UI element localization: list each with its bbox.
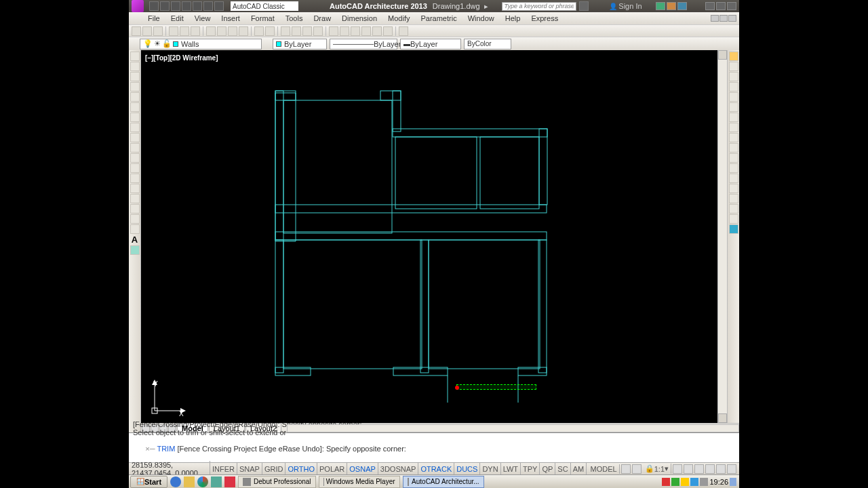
clean-screen-icon[interactable] (727, 464, 736, 474)
block-icon[interactable] (130, 174, 140, 183)
status-toggle-sc[interactable]: SC (555, 463, 570, 474)
join-icon[interactable] (729, 174, 738, 183)
exchange-apps-icon[interactable] (667, 2, 676, 10)
status-toggle-tpy[interactable]: TPY (521, 463, 540, 474)
help-icon[interactable] (677, 2, 687, 10)
polygon-icon[interactable] (130, 82, 140, 92)
command-window[interactable]: [Fence/Crossing/Project/Edge/eRase/Undo]… (129, 432, 739, 462)
menu-tools[interactable]: Tools (280, 13, 309, 24)
status-toggle-ortho[interactable]: ORTHO (285, 463, 317, 474)
tb-dc-icon[interactable] (340, 26, 349, 36)
horizontal-scrollbar[interactable] (287, 424, 739, 432)
addselected-icon[interactable] (130, 245, 140, 255)
copy-icon[interactable] (729, 62, 738, 71)
ql-app-icon[interactable] (224, 476, 235, 487)
offset-icon[interactable] (729, 82, 738, 92)
undo-icon[interactable] (203, 1, 213, 11)
erase-icon[interactable] (729, 52, 738, 61)
menu-modify[interactable]: Modify (382, 13, 415, 24)
menu-window[interactable]: Window (462, 13, 500, 24)
tray-shield-icon[interactable] (662, 478, 670, 486)
status-toggle-otrack[interactable]: OTRACK (418, 463, 454, 474)
mtext-icon[interactable]: A (132, 235, 138, 245)
region-icon[interactable] (130, 214, 140, 224)
taskbar-task[interactable]: Windows Media Player (319, 476, 400, 488)
tb-save-icon[interactable] (153, 26, 163, 36)
tb-copy-icon[interactable] (217, 26, 226, 36)
open-icon[interactable] (160, 1, 170, 11)
trim-icon[interactable] (729, 143, 738, 152)
tb-zoomprev-icon[interactable] (313, 26, 323, 36)
fillet-icon[interactable] (729, 194, 738, 203)
status-toggle-lwt[interactable]: LWT (501, 463, 521, 474)
draworder-icon[interactable] (729, 224, 738, 234)
annotation-visibility-icon[interactable] (673, 464, 682, 474)
plotstyle-dropdown[interactable]: ByColor (464, 39, 511, 49)
circle-icon[interactable] (130, 113, 140, 122)
rectangle-icon[interactable] (130, 92, 140, 102)
plot-icon[interactable] (193, 1, 202, 11)
status-toggle-osnap[interactable]: OSNAP (347, 463, 378, 474)
tb-undo-icon[interactable] (254, 26, 264, 36)
tb-markup-icon[interactable] (372, 26, 382, 36)
status-toggle-qp[interactable]: QP (540, 463, 555, 474)
mdi-restore-button[interactable] (719, 15, 728, 22)
tray-flag-icon[interactable] (671, 478, 679, 486)
vertical-scrollbar[interactable] (717, 50, 727, 423)
tb-help-icon[interactable] (399, 26, 408, 36)
status-toggle-snap[interactable]: SNAP (237, 463, 262, 474)
menu-parametric[interactable]: Parametric (415, 13, 462, 24)
tb-redo-icon[interactable] (265, 26, 275, 36)
menu-view[interactable]: View (189, 13, 216, 24)
quickview-layouts-icon[interactable] (621, 464, 631, 474)
stretch-icon[interactable] (729, 133, 738, 142)
explode-icon[interactable] (729, 214, 738, 224)
workspace-dropdown[interactable]: AutoCAD Classic (231, 1, 298, 11)
tb-props-icon[interactable] (329, 26, 338, 36)
ql-explorer-icon[interactable] (184, 476, 195, 487)
tray-app-icon[interactable] (681, 478, 689, 486)
tb-match-icon[interactable] (239, 26, 248, 36)
ellipse-icon[interactable] (130, 143, 140, 152)
new-icon[interactable] (149, 1, 159, 11)
hatch-icon[interactable] (130, 194, 140, 203)
redo-icon[interactable] (214, 1, 224, 11)
start-button[interactable]: 🪟 Start (130, 476, 167, 488)
menu-file[interactable]: File (142, 13, 165, 24)
table-icon[interactable] (130, 224, 140, 234)
array-icon[interactable] (729, 92, 738, 102)
tb-pan-icon[interactable] (281, 26, 290, 36)
close-button[interactable] (727, 2, 736, 10)
tb-open-icon[interactable] (142, 26, 152, 36)
hardware-accel-icon[interactable] (705, 464, 715, 474)
mdi-close-button[interactable] (728, 15, 736, 22)
move-icon[interactable] (729, 102, 738, 112)
taskbar-task[interactable]: AutoCAD Architectur... (403, 476, 484, 488)
tb-zoom-icon[interactable] (292, 26, 301, 36)
menu-format[interactable]: Format (245, 13, 280, 24)
drawing-canvas[interactable]: [–][Top][2D Wireframe] (141, 50, 717, 423)
line-icon[interactable] (130, 52, 140, 61)
rotate-icon[interactable] (729, 113, 738, 122)
tray-clock[interactable]: 19:26 (709, 478, 728, 486)
saveas-icon[interactable] (182, 1, 191, 11)
scroll-up-icon[interactable] (718, 50, 727, 60)
workspace-switch-icon[interactable] (684, 464, 693, 474)
status-toggle-am[interactable]: AM (571, 463, 587, 474)
insert-icon[interactable] (130, 163, 140, 173)
tb-plot-icon[interactable] (169, 26, 178, 36)
point-icon[interactable] (130, 184, 140, 193)
spline-icon[interactable] (130, 133, 140, 142)
linetype-dropdown[interactable]: —————— ByLayer (330, 39, 397, 49)
menu-dimension[interactable]: Dimension (336, 13, 382, 24)
layer-dropdown[interactable]: 💡 ☀ 🔓 Walls (140, 39, 262, 49)
menu-insert[interactable]: Insert (216, 13, 245, 24)
tb-zoomwin-icon[interactable] (302, 26, 312, 36)
toolbar-lock-icon[interactable] (694, 464, 704, 474)
signin-button[interactable]: 👤 Sign In (609, 2, 642, 10)
break-icon[interactable] (729, 163, 738, 173)
taskbar-task[interactable]: Debut Professional (238, 476, 316, 488)
save-icon[interactable] (171, 1, 180, 11)
annotation-scale[interactable]: 🔒 1:1 ▾ (643, 464, 671, 474)
tb-calc-icon[interactable] (383, 26, 393, 36)
